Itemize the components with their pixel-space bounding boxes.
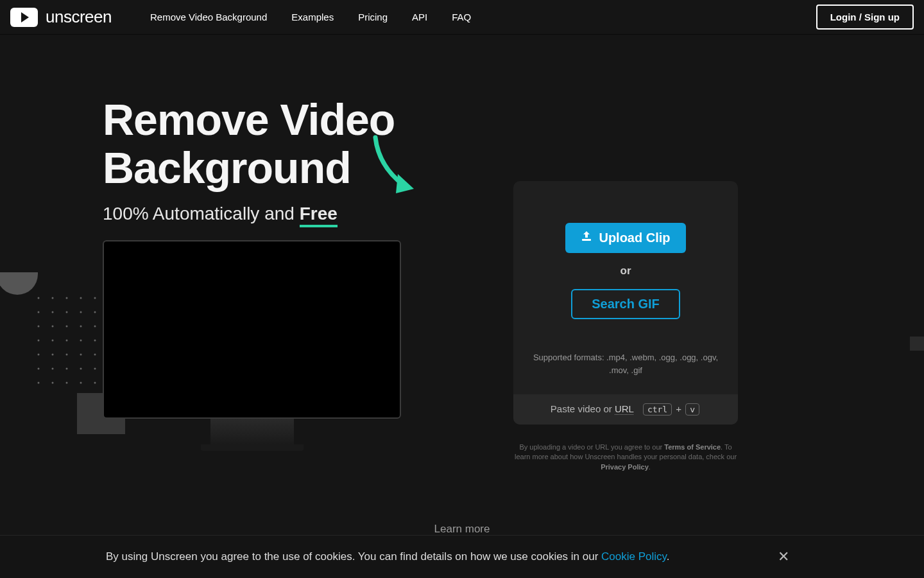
svg-point-28 <box>80 368 82 370</box>
curved-arrow-icon <box>369 134 427 201</box>
cookie-text-prefix: By using Unscreen you agree to the use o… <box>106 550 601 563</box>
svg-point-12 <box>66 326 68 328</box>
legal-prefix: By uploading a video or URL you agree to… <box>519 443 664 451</box>
logo-text: unscreen <box>46 7 112 27</box>
svg-point-29 <box>94 368 96 370</box>
play-icon <box>10 8 38 27</box>
svg-point-9 <box>94 311 96 313</box>
monitor-stand <box>201 419 304 451</box>
svg-point-34 <box>94 382 96 384</box>
cookie-policy-link[interactable]: Cookie Policy <box>601 550 667 563</box>
svg-point-10 <box>38 326 40 328</box>
svg-point-4 <box>94 297 96 299</box>
hero-subtitle-prefix: 100% Automatically and <box>103 204 300 223</box>
svg-point-26 <box>52 368 54 370</box>
svg-point-6 <box>52 311 54 313</box>
svg-point-0 <box>38 297 40 299</box>
kbd-ctrl: ctrl <box>643 403 672 416</box>
nav-examples[interactable]: Examples <box>291 12 334 22</box>
monitor-frame <box>103 240 401 452</box>
svg-point-27 <box>66 368 68 370</box>
svg-point-21 <box>52 354 54 356</box>
cookie-banner: By using Unscreen you agree to the use o… <box>0 535 924 578</box>
upload-card: Upload Clip or Search GIF Supported form… <box>513 181 738 425</box>
hero-subtitle-free: Free <box>300 204 338 227</box>
upload-clip-button[interactable]: Upload Clip <box>565 223 685 253</box>
hero-title-line1: Remove Video <box>103 95 395 144</box>
svg-point-16 <box>52 340 54 342</box>
login-signup-button[interactable]: Login / Sign up <box>816 4 914 30</box>
kbd-plus: + <box>673 403 684 414</box>
svg-point-7 <box>66 311 68 313</box>
upload-legal-text: By uploading a video or URL you agree to… <box>513 442 738 472</box>
kbd-v: v <box>685 403 699 416</box>
svg-point-18 <box>80 340 82 342</box>
or-separator: or <box>531 265 720 277</box>
svg-point-13 <box>80 326 82 328</box>
hero-title: Remove Video Background <box>103 96 395 192</box>
terms-of-service-link[interactable]: Terms of Service <box>664 443 721 451</box>
monitor-screen <box>103 240 401 419</box>
svg-point-1 <box>52 297 54 299</box>
svg-point-30 <box>38 382 40 384</box>
hero-subtitle: 100% Automatically and Free <box>103 204 395 224</box>
decor-half-circle <box>0 272 38 295</box>
nav-remove-video-background[interactable]: Remove Video Background <box>150 12 267 22</box>
svg-point-11 <box>52 326 54 328</box>
svg-point-3 <box>80 297 82 299</box>
paste-hint: Paste video or URL ctrl + v <box>513 394 738 425</box>
privacy-policy-link[interactable]: Privacy Policy <box>601 463 649 471</box>
svg-point-5 <box>38 311 40 313</box>
paste-prefix: Paste video or <box>551 403 615 414</box>
scrollbar-indicator[interactable] <box>910 337 924 351</box>
svg-point-19 <box>94 340 96 342</box>
main-nav: Remove Video Background Examples Pricing… <box>150 12 471 22</box>
main: Remove Video Background 100% Automatical… <box>0 35 924 67</box>
legal-suffix: . <box>649 463 651 471</box>
search-gif-button[interactable]: Search GIF <box>571 289 680 319</box>
svg-point-8 <box>80 311 82 313</box>
svg-point-15 <box>38 340 40 342</box>
decor-dot-grid <box>35 295 112 394</box>
hero-title-line2: Background <box>103 143 351 192</box>
svg-point-17 <box>66 340 68 342</box>
hero-headline-block: Remove Video Background 100% Automatical… <box>103 96 395 224</box>
header: unscreen Remove Video Background Example… <box>0 0 924 35</box>
svg-point-14 <box>94 326 96 328</box>
svg-point-22 <box>66 354 68 356</box>
cookie-text: By using Unscreen you agree to the use o… <box>106 550 670 563</box>
svg-point-31 <box>52 382 54 384</box>
svg-point-20 <box>38 354 40 356</box>
supported-formats-text: Supported formats: .mp4, .webm, .ogg, .o… <box>531 351 720 376</box>
logo[interactable]: unscreen <box>10 7 112 27</box>
close-icon[interactable]: ✕ <box>778 548 789 565</box>
upload-clip-label: Upload Clip <box>599 231 670 245</box>
svg-point-24 <box>94 354 96 356</box>
svg-point-2 <box>66 297 68 299</box>
svg-rect-35 <box>582 239 591 241</box>
nav-api[interactable]: API <box>412 12 427 22</box>
svg-point-32 <box>66 382 68 384</box>
svg-point-25 <box>38 368 40 370</box>
upload-icon <box>581 231 592 245</box>
nav-faq[interactable]: FAQ <box>452 12 471 22</box>
svg-point-33 <box>80 382 82 384</box>
svg-point-23 <box>80 354 82 356</box>
nav-pricing[interactable]: Pricing <box>358 12 388 22</box>
monitor-illustration <box>103 240 401 452</box>
learn-more-label: Learn more <box>0 523 924 536</box>
url-link[interactable]: URL <box>615 403 633 415</box>
cookie-text-suffix: . <box>667 550 670 563</box>
